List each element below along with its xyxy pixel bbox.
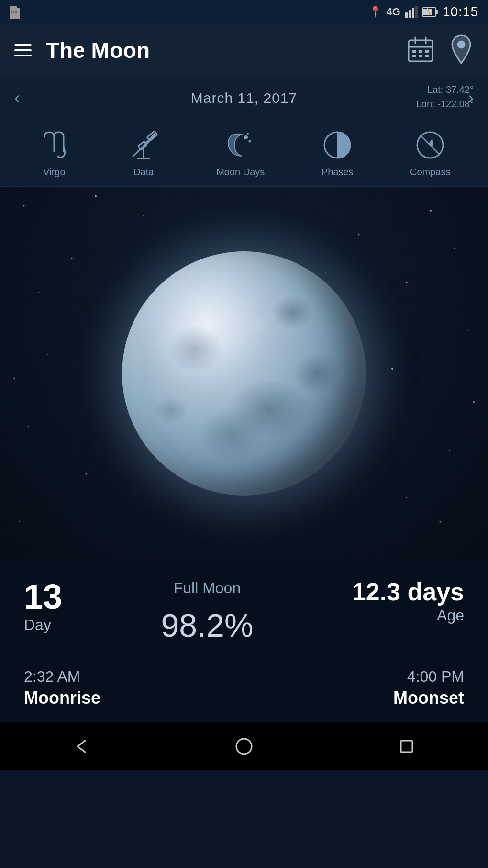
svg-point-56 [440, 521, 441, 523]
data-icon-item[interactable]: Data [127, 128, 160, 178]
data-label: Data [133, 167, 154, 178]
svg-point-55 [391, 368, 393, 370]
svg-point-23 [458, 41, 465, 48]
moonset-info: 4:00 PM Moonset [393, 668, 464, 708]
calendar-button[interactable] [407, 35, 434, 65]
svg-rect-10 [436, 10, 438, 14]
day-number: 13 [24, 579, 62, 614]
info-row-rise-set: 2:32 AM Moonrise 4:00 PM Moonset [24, 668, 464, 708]
day-info: 13 Day [24, 579, 62, 634]
svg-rect-22 [425, 55, 429, 57]
svg-point-45 [468, 330, 469, 331]
moonset-time: 4:00 PM [407, 668, 464, 686]
moondays-label: Moon Days [216, 167, 265, 178]
svg-point-44 [406, 282, 408, 283]
svg-point-32 [247, 133, 249, 135]
moonrise-label: Moonrise [24, 688, 100, 708]
virgo-label: Virgo [43, 167, 65, 178]
signal-bars-icon [405, 6, 418, 18]
prev-date-button[interactable]: ‹ [14, 88, 20, 108]
quick-icons-row: Virgo Data Moon Days [0, 120, 488, 187]
app-bar-left: The Moon [14, 37, 150, 63]
moonrise-info: 2:32 AM Moonrise [24, 668, 100, 708]
svg-rect-18 [419, 50, 422, 53]
moon-info-area: 13 Day Full Moon 98.2% 12.3 days Age 2:3… [0, 560, 488, 722]
svg-point-48 [473, 401, 475, 403]
moon-image [122, 251, 366, 496]
location-button[interactable] [449, 34, 474, 66]
svg-point-40 [71, 258, 73, 259]
svg-point-50 [47, 354, 48, 355]
system-nav-bar [0, 722, 488, 770]
recents-button[interactable] [397, 737, 416, 756]
hamburger-menu[interactable] [14, 44, 32, 56]
app-bar-right [407, 34, 474, 66]
moon-display-area [0, 187, 488, 560]
svg-point-51 [86, 473, 87, 475]
svg-point-52 [406, 497, 407, 498]
svg-point-53 [358, 234, 360, 236]
phases-circle-icon [321, 128, 354, 162]
svg-rect-3 [13, 11, 14, 13]
date-nav: ‹ March 11, 2017 › Lat: 37.42° Lon: -122… [0, 77, 488, 120]
phases-label: Phases [322, 167, 354, 178]
svg-point-37 [57, 225, 58, 225]
svg-point-30 [244, 135, 248, 139]
compass-label: Compass [410, 167, 450, 178]
svg-rect-19 [425, 50, 429, 53]
svg-point-57 [19, 521, 20, 522]
svg-rect-59 [401, 741, 412, 752]
illumination-percent: 98.2% [161, 607, 254, 644]
info-row-primary: 13 Day Full Moon 98.2% 12.3 days Age [24, 579, 464, 658]
svg-point-41 [38, 292, 39, 293]
svg-point-31 [249, 140, 251, 142]
virgo-symbol-icon [37, 128, 71, 162]
day-label: Day [24, 616, 51, 634]
app-title: The Moon [46, 37, 150, 63]
svg-point-43 [454, 248, 455, 249]
app-bar: The Moon [0, 24, 488, 77]
svg-line-35 [420, 135, 440, 155]
svg-rect-21 [419, 55, 422, 57]
svg-point-39 [143, 215, 144, 216]
age-value: 12.3 days [352, 579, 464, 604]
svg-rect-17 [412, 50, 416, 53]
svg-rect-5 [405, 12, 408, 18]
status-time: 10:15 [443, 4, 478, 20]
moon-crescent-icon [224, 128, 257, 162]
svg-rect-2 [11, 11, 12, 13]
virgo-icon-item[interactable]: Virgo [37, 128, 71, 178]
telescope-icon [127, 128, 160, 162]
home-button[interactable] [234, 737, 254, 756]
age-label: Age [437, 607, 464, 624]
sd-card-icon [10, 6, 20, 21]
svg-point-47 [28, 426, 29, 427]
current-date: March 11, 2017 [191, 90, 297, 106]
status-icons: 📍 4G 10:15 [369, 4, 478, 20]
phase-center-info: Full Moon 98.2% [161, 579, 254, 658]
svg-point-38 [95, 195, 97, 197]
battery-icon [422, 7, 438, 17]
phase-name: Full Moon [174, 579, 241, 597]
svg-point-36 [23, 205, 25, 207]
coordinates: Lat: 37.42° Lon: -122.08° [416, 82, 474, 111]
svg-rect-7 [412, 8, 414, 18]
svg-rect-1 [10, 6, 17, 10]
longitude: Lon: -122.08° [416, 97, 474, 111]
age-info: 12.3 days Age [352, 579, 464, 624]
phases-icon-item[interactable]: Phases [321, 128, 354, 178]
svg-rect-4 [15, 11, 17, 13]
svg-point-42 [430, 210, 432, 212]
svg-point-49 [449, 450, 450, 451]
svg-point-54 [325, 272, 326, 273]
svg-rect-27 [138, 141, 147, 150]
svg-rect-20 [412, 55, 416, 57]
back-button[interactable] [72, 737, 91, 756]
signal-status: 4G [387, 6, 400, 18]
compass-icon-item[interactable]: Compass [410, 128, 450, 178]
svg-point-58 [236, 739, 252, 754]
moonset-label: Moonset [393, 688, 464, 708]
svg-line-25 [133, 147, 144, 156]
moondays-icon-item[interactable]: Moon Days [216, 128, 265, 178]
svg-rect-8 [415, 6, 418, 18]
